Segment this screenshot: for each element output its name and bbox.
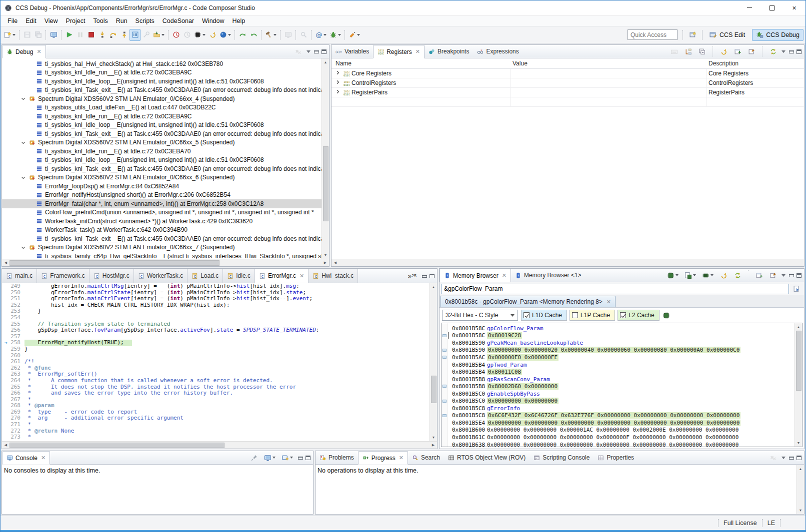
menu-file[interactable]: File xyxy=(4,15,22,26)
menu-tools[interactable]: Tools xyxy=(89,15,112,26)
step-over-button[interactable] xyxy=(108,29,118,41)
checkbox-icon[interactable] xyxy=(524,312,530,318)
scrollbar-thumb[interactable] xyxy=(323,146,328,221)
memory-vertical-scrollbar[interactable]: ▲ ▼ xyxy=(794,323,802,447)
code-line[interactable]: 261/*! xyxy=(2,359,430,365)
suspend-button[interactable] xyxy=(74,29,86,41)
maximize-icon[interactable] xyxy=(306,456,310,460)
tab-overflow-button[interactable]: »25 xyxy=(406,272,418,280)
continuous-refresh-button[interactable] xyxy=(732,269,743,281)
scroll-up-icon[interactable]: ▲ xyxy=(795,323,802,331)
debug-horizontal-scrollbar[interactable]: ◀ ▶ xyxy=(2,259,329,266)
editor-tab-errormgr-c[interactable]: cErrorMgr.c✕ xyxy=(255,269,308,283)
tab-memory-browser[interactable]: Memory Browser✕ xyxy=(440,269,511,282)
console-display-button[interactable] xyxy=(48,29,59,41)
minimize-icon[interactable] xyxy=(298,455,302,460)
code-line[interactable]: 253 } xyxy=(2,308,430,315)
save-memory-button[interactable] xyxy=(683,269,698,281)
tab-memory-browser[interactable]: Memory Browser <1> xyxy=(511,269,586,282)
debug-thread[interactable]: Spectrum Digital XDS560V2 STM LAN Emulat… xyxy=(2,94,322,103)
maximize-icon[interactable] xyxy=(430,274,434,278)
memory-row[interactable]: 0x8001B5C8gErrorInfo xyxy=(448,405,794,412)
step-return-button[interactable] xyxy=(118,29,130,41)
memory-row[interactable]: 0x8001B5AC0x000000E0 0x000000FE xyxy=(448,354,794,361)
editor-tab-idle-c[interactable]: cIdle.c xyxy=(223,269,255,283)
code-line[interactable]: 256 gSpDsp_Interface.fovParam[gSpDsp_Int… xyxy=(2,327,430,334)
tab-problems[interactable]: !Problems xyxy=(316,451,358,464)
register-row[interactable]: 10100101RegisterPairsRegisterPairs xyxy=(332,88,804,97)
view-menu-icon[interactable] xyxy=(306,50,310,53)
close-icon[interactable]: ✕ xyxy=(606,299,611,305)
search-button[interactable] xyxy=(298,29,309,41)
new-wizard-button[interactable] xyxy=(2,29,17,41)
code-line[interactable]: 252 hist_idx = CHECK_MAIN_CTRL_HISTORY_I… xyxy=(2,302,430,309)
open-console-button[interactable] xyxy=(282,29,294,41)
minimize-button[interactable] xyxy=(738,0,760,15)
debug-thread[interactable]: Spectrum Digital XDS560V2 STM LAN Emulat… xyxy=(2,173,322,182)
memory-row[interactable]: 0x8001B5C0gEnableSpbByPass xyxy=(448,390,794,398)
scroll-up-icon[interactable]: ▲ xyxy=(322,58,330,66)
tab-variables[interactable]: (x)=Variables xyxy=(332,45,373,58)
debug-stack-frame[interactable]: ErrorMgr_loopDsp() at ErrorMgr.c:84 0xC6… xyxy=(2,182,322,191)
editor-tab-hwi_stack-c[interactable]: cHwi_stack.c xyxy=(308,269,358,283)
memory-row[interactable]: 0x8001B5B40x80011C08 xyxy=(448,368,794,376)
column-value[interactable]: Value xyxy=(510,60,706,67)
scroll-right-icon[interactable]: ▶ xyxy=(322,259,329,267)
perspective-ccs-debug[interactable]: CCS Debug xyxy=(752,29,804,41)
debug-stack-frame[interactable]: WorkerTask_initCmd(struct <unnamed> *)()… xyxy=(2,217,322,226)
continuous-refresh-button[interactable] xyxy=(768,45,778,57)
registers-horizontal-scrollbar[interactable]: ◀ xyxy=(332,259,804,266)
memory-row[interactable]: 0x8001B6000x00000000 0x00000000 0x000001… xyxy=(448,427,794,434)
debug-launch-button[interactable] xyxy=(328,29,342,41)
memory-rows[interactable]: 0x8001B58CgpColorFlow_Param0x8001B58C0x8… xyxy=(448,323,794,447)
code-line[interactable]: 267 * xyxy=(2,397,430,403)
tab-rtos-object-view-rov-[interactable]: RTOS Object View (ROV) xyxy=(444,451,530,464)
code-line[interactable]: 266 * and saves the error type into the … xyxy=(2,390,430,397)
register-row[interactable]: 10100101ControlRegistersControlRegisters xyxy=(332,78,804,88)
editor-tab-workertask-c[interactable]: cWorkerTask.c xyxy=(134,269,188,283)
close-icon[interactable]: ✕ xyxy=(502,272,506,279)
highlight-tool-button[interactable] xyxy=(347,29,362,41)
debug-stack-frame[interactable]: WorkerTask_task() at WorkerTask.c:642 0x… xyxy=(2,226,322,235)
pin-view-button[interactable] xyxy=(746,45,757,57)
code-line[interactable]: 270 * arg - additional error specific ar… xyxy=(2,415,430,422)
cache-toggle-l1d[interactable]: L1D Cache xyxy=(521,310,567,321)
debug-stack-frame[interactable]: ti_sysbios_knl_Idle_run__E() at Idle.c:7… xyxy=(2,112,322,121)
memory-row[interactable]: 0x8001B5C80x6C6F432F 0x6C46726F 0x632E77… xyxy=(448,412,794,420)
source-lookup-button[interactable] xyxy=(140,29,152,41)
codesonar-button[interactable]: @ xyxy=(314,29,328,41)
close-icon[interactable]: ✕ xyxy=(399,455,404,461)
code-line[interactable]: 272 * @return None xyxy=(2,428,430,435)
tab-search[interactable]: Search xyxy=(408,451,444,464)
debug-stack-frame[interactable]: ti_sysbios_knl_Task_exit__E() at Task.c:… xyxy=(2,164,322,173)
cache-toggle-l1p[interactable]: L1P Cache xyxy=(570,310,615,321)
code-editor[interactable]: 249 gErrorInfo.mainCtrlMsg[ientry] = (in… xyxy=(2,283,430,441)
memory-row[interactable]: 0x8001B5C00x00000000 0x00000000 xyxy=(448,397,794,405)
display-selected-console-button[interactable] xyxy=(262,452,277,464)
save-all-button[interactable] xyxy=(32,29,44,41)
scroll-up-icon[interactable]: ▲ xyxy=(797,465,804,473)
menu-codesonar[interactable]: CodeSonar xyxy=(158,15,198,26)
scroll-left-icon[interactable]: ◀ xyxy=(332,259,339,267)
maximize-icon[interactable] xyxy=(796,456,802,460)
memory-row[interactable]: 0x8001B5B80x80002D60 0x00000000 xyxy=(448,383,794,390)
step-into-button[interactable] xyxy=(96,29,108,41)
scroll-left-icon[interactable]: ◀ xyxy=(2,259,10,267)
step-forward-button[interactable] xyxy=(237,29,248,41)
tab-console[interactable]: Console ✕ xyxy=(2,451,50,465)
scroll-down-icon[interactable]: ▼ xyxy=(795,439,802,447)
debug-stack-frame[interactable]: ti_sysbios_hal_Hwi_checkStack() at Hwi_s… xyxy=(2,59,322,68)
minimize-icon[interactable] xyxy=(788,273,794,278)
scroll-down-icon[interactable]: ▼ xyxy=(322,251,330,259)
view-menu-icon[interactable] xyxy=(782,274,786,277)
debug-stack-frame[interactable]: ti_sysbios_knl_Idle_run__E() at Idle.c:7… xyxy=(2,68,322,77)
tab-expressions[interactable]: xExpressions xyxy=(473,45,522,58)
memory-row[interactable]: 0x8001B5900x00000000 0x00000020 0x000000… xyxy=(448,347,794,354)
debug-stack-frame[interactable]: ti_sysbios_knl_Task_exit__E() at Task.c:… xyxy=(2,86,322,95)
editor-tab-load-c[interactable]: cLoad.c xyxy=(188,269,223,283)
close-icon[interactable]: ✕ xyxy=(300,273,304,279)
instruction-stepping-mode-button[interactable] xyxy=(130,29,140,41)
terminate-button[interactable] xyxy=(86,29,96,41)
debug-stack-frame[interactable]: ti_sysbios_knl_Task_exit__E() at Task.c:… xyxy=(2,234,322,243)
profile-clock-button[interactable] xyxy=(170,29,182,41)
